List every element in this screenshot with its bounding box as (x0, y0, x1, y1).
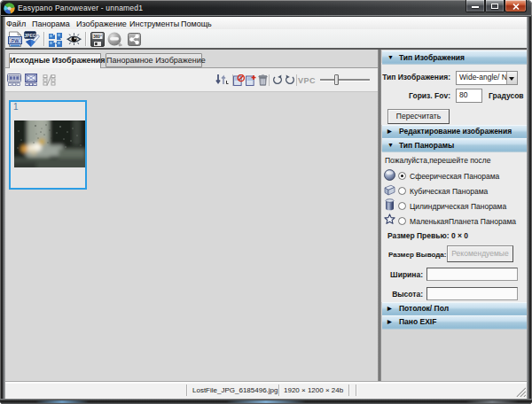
svg-text:360°: 360° (93, 35, 102, 39)
svg-text:JPEG: JPEG (24, 33, 35, 38)
svg-text:PW: PW (12, 38, 20, 43)
